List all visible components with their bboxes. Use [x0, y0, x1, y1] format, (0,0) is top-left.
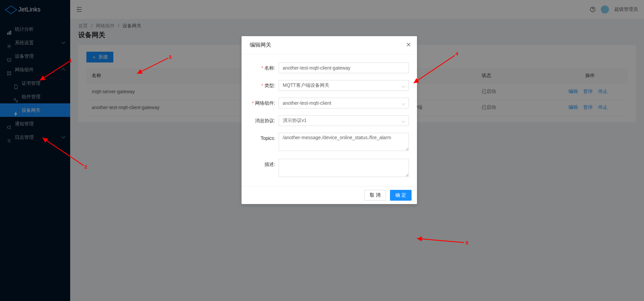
desc-textarea[interactable]: [279, 159, 409, 177]
topics-textarea[interactable]: [279, 133, 409, 151]
required-mark: *: [261, 65, 263, 71]
select-value: another-test-mqtt-client: [283, 100, 331, 106]
modal-footer: 取 消 确 定: [242, 186, 417, 204]
chevron-down-icon: [401, 84, 405, 87]
ok-button[interactable]: 确 定: [390, 190, 412, 201]
form-label: *类型:: [250, 80, 279, 91]
form-row-type: *类型: MQTT客户端设备网关: [250, 80, 409, 91]
close-icon[interactable]: [406, 42, 411, 47]
modal-header: 编辑网关: [242, 36, 417, 54]
form-label: 消息协议:: [250, 115, 279, 126]
form-row-desc: 描述:: [250, 159, 409, 178]
select-value: 演示协议v1: [283, 118, 307, 124]
chevron-down-icon: [401, 101, 405, 105]
form-label: 描述:: [250, 159, 279, 170]
form-label: *名称:: [250, 62, 279, 73]
form-row-name: *名称: another-test-mqtt-client-gateway: [250, 62, 409, 73]
input-value: another-test-mqtt-client-gateway: [283, 65, 351, 71]
required-mark: *: [261, 83, 263, 88]
type-select[interactable]: MQTT客户端设备网关: [279, 80, 409, 91]
form-row-network: *网络组件: another-test-mqtt-client: [250, 98, 409, 108]
form-row-topics: Topics:: [250, 133, 409, 152]
edit-gateway-modal: 编辑网关 *名称: another-test-mqtt-client-gatew…: [242, 36, 417, 204]
network-select[interactable]: another-test-mqtt-client: [279, 98, 409, 108]
modal-body: *名称: another-test-mqtt-client-gateway *类…: [242, 54, 417, 186]
cancel-button[interactable]: 取 消: [364, 190, 386, 201]
protocol-select[interactable]: 演示协议v1: [279, 115, 409, 126]
form-row-protocol: 消息协议: 演示协议v1: [250, 115, 409, 126]
required-mark: *: [252, 100, 254, 106]
modal-title: 编辑网关: [250, 42, 271, 48]
chevron-down-icon: [401, 119, 405, 123]
form-label: *网络组件:: [250, 98, 279, 108]
form-label: Topics:: [250, 133, 279, 144]
name-input[interactable]: another-test-mqtt-client-gateway: [279, 62, 409, 73]
select-value: MQTT客户端设备网关: [283, 82, 329, 89]
